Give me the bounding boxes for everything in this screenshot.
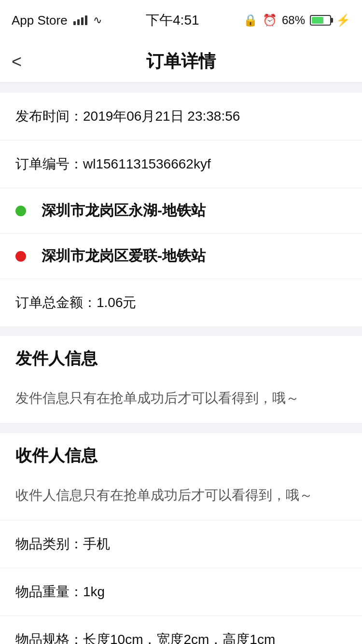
to-location-row: 深圳市龙岗区爱联-地铁站 bbox=[0, 234, 362, 279]
item-size-label: 物品规格： bbox=[15, 632, 83, 644]
battery-percent: 68% bbox=[282, 14, 305, 27]
page-title: 订单详情 bbox=[146, 50, 216, 73]
publish-time-row: 发布时间：2019年06月21日 23:38:56 bbox=[0, 93, 362, 140]
receiver-info-text: 收件人信息只有在抢单成功后才可以看得到，哦～ bbox=[0, 475, 362, 520]
publish-time-label: 发布时间： bbox=[15, 109, 83, 124]
order-no-row: 订单编号：wl1561131536662kyf bbox=[0, 140, 362, 188]
publish-time-value: 2019年06月21日 23:38:56 bbox=[83, 109, 240, 124]
item-size-value: 长度10cm，宽度2cm，高度1cm bbox=[83, 632, 275, 644]
sender-section: 发件人信息 发件信息只有在抢单成功后才可以看得到，哦～ bbox=[0, 336, 362, 423]
charging-icon: ⚡ bbox=[336, 14, 350, 27]
item-weight-row: 物品重量：1kg bbox=[0, 568, 362, 616]
order-no-value: wl1561131536662kyf bbox=[83, 156, 211, 171]
sender-section-title: 发件人信息 bbox=[0, 336, 362, 378]
item-weight-value: 1kg bbox=[83, 584, 105, 599]
time-label: 下午4:51 bbox=[146, 11, 199, 29]
alarm-icon: ⏰ bbox=[263, 14, 277, 27]
total-amount-row: 订单总金额：1.06元 bbox=[0, 279, 362, 326]
total-amount-value: 1.06元 bbox=[97, 295, 137, 310]
from-location-text: 深圳市龙岗区永湖-地铁站 bbox=[42, 201, 206, 221]
to-location-text: 深圳市龙岗区爱联-地铁站 bbox=[42, 246, 206, 266]
sender-info-text: 发件信息只有在抢单成功后才可以看得到，哦～ bbox=[0, 378, 362, 423]
carrier-label: App Store bbox=[12, 13, 68, 28]
status-right: 🔒 ⏰ 68% ⚡ bbox=[243, 14, 350, 27]
item-category-value: 手机 bbox=[83, 536, 110, 551]
total-amount-label: 订单总金额： bbox=[15, 295, 97, 310]
item-weight-label: 物品重量： bbox=[15, 584, 83, 599]
lock-icon: 🔒 bbox=[243, 14, 258, 27]
back-button[interactable]: < bbox=[12, 52, 22, 72]
status-left: App Store ∿ bbox=[12, 13, 102, 28]
from-location-row: 深圳市龙岗区永湖-地铁站 bbox=[0, 188, 362, 234]
item-size-row: 物品规格：长度10cm，宽度2cm，高度1cm bbox=[0, 616, 362, 644]
wifi-icon: ∿ bbox=[93, 14, 102, 27]
status-bar: App Store ∿ 下午4:51 🔒 ⏰ 68% ⚡ bbox=[0, 0, 362, 41]
to-dot-icon bbox=[15, 251, 26, 262]
main-content: 发布时间：2019年06月21日 23:38:56 订单编号：wl1561131… bbox=[0, 93, 362, 644]
receiver-section-title: 收件人信息 bbox=[0, 433, 362, 475]
battery-icon bbox=[310, 15, 331, 26]
signal-icon bbox=[73, 15, 87, 25]
order-no-label: 订单编号： bbox=[15, 156, 83, 171]
nav-bar: < 订单详情 bbox=[0, 41, 362, 83]
receiver-section: 收件人信息 收件人信息只有在抢单成功后才可以看得到，哦～ 物品类别：手机 物品重… bbox=[0, 433, 362, 644]
item-category-label: 物品类别： bbox=[15, 536, 83, 551]
from-dot-icon bbox=[15, 206, 26, 216]
item-category-row: 物品类别：手机 bbox=[0, 520, 362, 568]
order-info-card: 发布时间：2019年06月21日 23:38:56 订单编号：wl1561131… bbox=[0, 93, 362, 326]
